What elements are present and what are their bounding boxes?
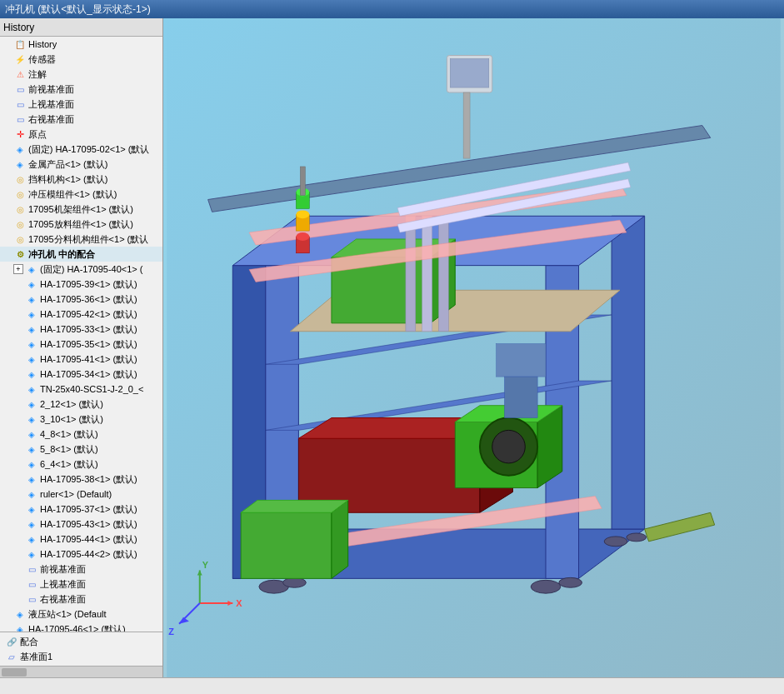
scrollbar-thumb[interactable] [2, 668, 27, 677]
tree-item-label-ha-02: (固定) HA-17095-02<1> (默认 [28, 143, 150, 156]
tree-item-label-6-4: 6_4<1> (默认) [40, 458, 98, 471]
tree-item-ruler[interactable]: ◈ruler<1> (Default) [0, 487, 162, 502]
svg-rect-33 [463, 92, 470, 158]
tree-item-plane-right[interactable]: ▭右视基准面 [0, 112, 162, 127]
tree-item-label-plane-front2: 前视基准面 [40, 563, 86, 576]
tree-item-ha-43[interactable]: ◈HA-17095-43<1> (默认) [0, 517, 162, 532]
tree-item-3-10[interactable]: ◈3_10<1> (默认) [0, 412, 162, 427]
tree-item-label-ha-41: HA-17095-41<1> (默认) [40, 353, 137, 366]
tree-item-ha-33[interactable]: ◈HA-17095-33<1> (默认) [0, 322, 162, 337]
tree-item-ha-42[interactable]: ◈HA-17095-42<1> (默认) [0, 307, 162, 322]
tree-item-6-4[interactable]: ◈6_4<1> (默认) [0, 457, 162, 472]
tree-item-label-ha-42: HA-17095-42<1> (默认) [40, 308, 137, 321]
tree-item-label-plane-right2: 右视基准面 [40, 593, 86, 606]
tree-item-label-tn-25x40: TN-25x40-SCS1-J-2_0_< [40, 384, 143, 394]
tree-item-icon-annotation: ⚠ [13, 67, 27, 81]
svg-point-48 [604, 537, 627, 547]
tree-item-icon-ha-33: ◈ [25, 322, 38, 336]
tree-item-label-sensors: 传感器 [28, 53, 56, 66]
tree-item-2-12[interactable]: ◈2_12<1> (默认) [0, 397, 162, 412]
svg-rect-53 [497, 344, 546, 377]
tree-item-icon-hydraulic: ◈ [13, 607, 27, 621]
svg-rect-23 [406, 216, 416, 331]
tree-item-label-ha-36: HA-17095-36<1> (默认) [40, 293, 137, 306]
tree-item-icon-ha-02: ◈ [13, 142, 27, 156]
tree-item-label-5-8: 5_8<1> (默认) [40, 443, 98, 456]
tree-item-icon-plane-right2: ▭ [25, 592, 38, 606]
tree-item-label-frame-17095: 17095机架组件<1> (默认) [28, 203, 133, 216]
tree-item-annotation[interactable]: ⚠注解 [0, 67, 162, 82]
tree-item-icon-ha-43: ◈ [25, 517, 38, 531]
tree-item-label-ha-44-2: HA-17095-44<2> (默认) [40, 548, 137, 561]
feature-tree-panel: History 📋History⚡传感器⚠注解▭前视基准面▭上视基准面▭右视基准… [0, 18, 163, 677]
tree-item-label-ha-38: HA-17095-38<1> (默认) [40, 473, 137, 486]
tree-item-hydraulic[interactable]: ◈液压站<1> (Default [0, 607, 162, 622]
tree-item-label-plane-right: 右视基准面 [28, 113, 74, 126]
svg-marker-51 [332, 500, 348, 578]
tree-item-sort-17095[interactable]: ◎17095分料机构组件<1> (默认 [0, 232, 162, 247]
tree-item-plane-top[interactable]: ▭上视基准面 [0, 97, 162, 112]
title-text: 冲孔机 (默认<默认_显示状态-1>) [5, 2, 151, 17]
3d-viewport[interactable]: X Y Z [163, 18, 784, 677]
tree-item-punch-die[interactable]: ◎冲压模组件<1> (默认) [0, 187, 162, 202]
assembly-match-icon: 🔗 [5, 635, 18, 648]
tree-item-history[interactable]: 📋History [0, 37, 162, 52]
tree-item-icon-ha-41: ◈ [25, 352, 38, 366]
tree-item-ha-40[interactable]: +◈(固定) HA-17095-40<1> ( [0, 262, 162, 277]
tree-item-discharge-17095[interactable]: ◎17095放料组件<1> (默认) [0, 217, 162, 232]
tree-item-label-2-12: 2_12<1> (默认) [40, 398, 103, 411]
tree-item-label-ha-37: HA-17095-37<1> (默认) [40, 503, 137, 516]
tree-item-baffle[interactable]: ◎挡料机构<1> (默认) [0, 172, 162, 187]
svg-rect-54 [505, 377, 538, 417]
tree-content[interactable]: 📋History⚡传感器⚠注解▭前视基准面▭上视基准面▭右视基准面✛原点◈(固定… [0, 37, 162, 632]
tree-item-label-plane-top2: 上视基准面 [40, 578, 86, 591]
horizontal-scrollbar[interactable] [0, 666, 162, 677]
svg-rect-32 [450, 58, 488, 87]
tree-item-sensors[interactable]: ⚡传感器 [0, 52, 162, 67]
tree-item-label-ha-33: HA-17095-33<1> (默认) [40, 323, 137, 336]
tree-item-label-ha-35: HA-17095-35<1> (默认) [40, 338, 137, 351]
tree-item-icon-sort-17095: ◎ [13, 232, 27, 246]
tree-item-icon-ha-35: ◈ [25, 337, 38, 351]
tree-item-tn-25x40[interactable]: ◈TN-25x40-SCS1-J-2_0_< [0, 382, 162, 397]
tree-item-ha-39[interactable]: ◈HA-17095-39<1> (默认) [0, 277, 162, 292]
tree-item-punch-match[interactable]: ⚙冲孔机 中的配合 [0, 247, 162, 262]
tree-item-plane-right2[interactable]: ▭右视基准面 [0, 592, 162, 607]
tree-item-ha-36[interactable]: ◈HA-17095-36<1> (默认) [0, 292, 162, 307]
tree-item-plane-front2[interactable]: ▭前视基准面 [0, 562, 162, 577]
tree-item-ha-44-1[interactable]: ◈HA-17095-44<1> (默认) [0, 532, 162, 547]
svg-point-46 [283, 577, 307, 587]
tree-item-icon-ha-38: ◈ [25, 472, 38, 486]
tree-item-icon-ha-34: ◈ [25, 367, 38, 381]
tree-item-label-origin: 原点 [28, 128, 47, 141]
tree-item-datum1[interactable]: ▱ 基准面1 [3, 649, 159, 664]
tree-item-ha-35[interactable]: ◈HA-17095-35<1> (默认) [0, 337, 162, 352]
tree-item-ha-44-2[interactable]: ◈HA-17095-44<2> (默认) [0, 547, 162, 562]
tree-item-ha-38[interactable]: ◈HA-17095-38<1> (默认) [0, 472, 162, 487]
main-content: History 📋History⚡传感器⚠注解▭前视基准面▭上视基准面▭右视基准… [0, 18, 784, 677]
expand-button[interactable]: + [13, 264, 23, 274]
svg-rect-24 [422, 216, 432, 331]
tree-item-ha-37[interactable]: ◈HA-17095-37<1> (默认) [0, 502, 162, 517]
tree-item-4-8[interactable]: ◈4_8<1> (默认) [0, 427, 162, 442]
tree-item-origin[interactable]: ✛原点 [0, 127, 162, 142]
tree-item-icon-plane-top: ▭ [13, 97, 27, 111]
tree-item-ha-41[interactable]: ◈HA-17095-41<1> (默认) [0, 352, 162, 367]
tree-item-metal-product[interactable]: ◈金属产品<1> (默认) [0, 157, 162, 172]
tree-item-plane-top2[interactable]: ▭上视基准面 [0, 577, 162, 592]
tree-item-frame-17095[interactable]: ◎17095机架组件<1> (默认) [0, 202, 162, 217]
tree-item-icon-plane-right: ▭ [13, 112, 27, 126]
tree-item-ha-34[interactable]: ◈HA-17095-34<1> (默认) [0, 367, 162, 382]
tree-item-ha-46[interactable]: ◈HA-17095-46<1> (默认) [0, 622, 162, 632]
tree-item-plane-front[interactable]: ▭前视基准面 [0, 82, 162, 97]
svg-point-47 [559, 577, 582, 587]
datum1-label: 基准面1 [20, 651, 52, 663]
tree-item-label-ruler: ruler<1> (Default) [40, 489, 112, 499]
tree-item-5-8[interactable]: ◈5_8<1> (默认) [0, 442, 162, 457]
tree-item-icon-baffle: ◎ [13, 172, 27, 186]
tree-item-assembly-match[interactable]: 🔗 配合 [3, 634, 159, 649]
tree-item-ha-02[interactable]: ◈(固定) HA-17095-02<1> (默认 [0, 142, 162, 157]
tree-item-label-ha-43: HA-17095-43<1> (默认) [40, 518, 137, 531]
tree-item-icon-tn-25x40: ◈ [25, 382, 38, 396]
tree-item-label-annotation: 注解 [28, 68, 47, 81]
